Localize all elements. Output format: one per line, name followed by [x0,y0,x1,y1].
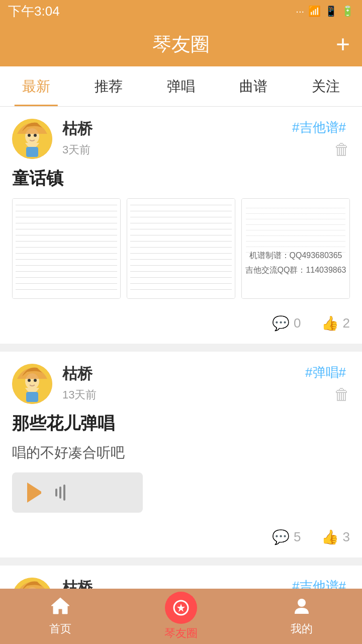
post-footer: 💬 5 👍 3 [12,523,350,545]
battery-icon: 🔋 [341,5,354,17]
feed: 枯桥 3天前 #吉他谱# 🗑 童话镇 [0,107,362,644]
post-actions-top: #弹唱# 🗑 [305,364,350,404]
home-icon [50,597,70,619]
post-tag[interactable]: #弹唱# [305,364,346,381]
tab-bar: 最新 推荐 弹唱 曲谱 关注 [0,66,362,107]
svg-point-16 [298,599,306,607]
like-stat[interactable]: 👍 2 [321,315,350,332]
svg-point-3 [34,134,37,137]
play-icon [27,482,47,503]
nav-community[interactable]: 琴友圈 [121,592,241,641]
status-icons: ··· 📶 📱 🔋 [296,5,354,17]
avatar-image [12,364,52,404]
comment-icon: 💬 [272,315,290,332]
post-header: 枯桥 13天前 #弹唱# 🗑 [12,364,350,404]
svg-rect-4 [26,147,38,157]
svg-point-2 [28,134,31,137]
like-count: 3 [343,529,350,545]
post-user-info: 枯桥 3天前 [62,119,292,157]
comment-count: 0 [294,315,301,331]
avatar[interactable] [12,364,52,404]
tab-play[interactable]: 弹唱 [145,66,217,106]
status-bar: 下午3:04 ··· 📶 📱 🔋 [0,0,362,22]
signal-icon: 📱 [325,5,337,17]
svg-point-7 [28,379,31,382]
post-footer: 💬 0 👍 2 [12,309,350,332]
nav-home-label: 首页 [49,621,71,636]
delete-button[interactable]: 🗑 [334,140,350,159]
post-tag[interactable]: #吉他谱# [292,119,346,136]
post-title: 童话镇 [12,167,350,190]
post-card: 枯桥 3天前 #吉他谱# 🗑 童话镇 [0,107,362,344]
comment-count: 5 [294,529,301,545]
tab-latest[interactable]: 最新 [0,66,72,106]
delete-button[interactable]: 🗑 [334,385,350,404]
svg-point-8 [34,379,37,382]
post-actions-top: #吉他谱# 🗑 [292,119,350,159]
post-username: 枯桥 [62,119,292,139]
like-icon: 👍 [321,529,339,545]
profile-icon [293,597,311,619]
sheet-image-3[interactable]: 机谱制谱：QQ493680365 吉他交流QQ群：114039863 [241,198,350,299]
audio-player[interactable] [12,472,143,513]
post-user-info: 枯桥 13天前 [62,364,305,403]
dots-icon: ··· [296,6,304,17]
comment-stat[interactable]: 💬 0 [272,315,301,332]
status-time: 下午3:04 [8,3,60,20]
sheet-images: 机谱制谱：QQ493680365 吉他交流QQ群：114039863 [12,198,350,299]
post-username: 枯桥 [62,364,305,384]
like-count: 2 [343,315,350,331]
tab-recommend[interactable]: 推荐 [72,66,145,106]
nav-profile[interactable]: 我的 [241,597,362,636]
like-icon: 👍 [321,315,339,332]
sheet-image-1[interactable] [12,198,121,299]
avatar[interactable] [12,119,52,159]
nav-community-label: 琴友圈 [164,626,198,641]
post-title: 那些花儿弹唱 [12,412,350,435]
svg-rect-9 [26,392,38,402]
post-header: 枯桥 3天前 #吉他谱# 🗑 [12,119,350,159]
community-icon-bg [165,592,197,624]
wave-3 [63,485,65,501]
comment-stat[interactable]: 💬 5 [272,529,301,545]
add-button[interactable]: + [336,32,350,56]
post-text: 唱的不好凑合听吧 [12,443,350,462]
post-card: 枯桥 13天前 #弹唱# 🗑 那些花儿弹唱 唱的不好凑合听吧 💬 5 [0,352,362,557]
wifi-icon: 📶 [308,5,321,17]
post-time: 13天前 [62,387,305,403]
nav-home[interactable]: 首页 [0,597,121,636]
sheet-image-2[interactable] [127,198,235,299]
nav-profile-label: 我的 [291,621,313,636]
avatar-image [12,119,52,159]
header: 琴友圈 + [0,22,362,66]
post-time: 3天前 [62,142,292,157]
header-title: 琴友圈 [152,32,210,57]
wave-2 [59,487,61,499]
wave-1 [55,489,57,497]
like-stat[interactable]: 👍 3 [321,529,350,545]
sound-waves [55,485,65,501]
bottom-nav: 首页 琴友圈 我的 [0,589,362,644]
comment-icon: 💬 [272,529,290,545]
sheet-watermark: 机谱制谱：QQ493680365 吉他交流QQ群：114039863 [245,249,346,288]
tab-score[interactable]: 曲谱 [217,66,290,106]
tab-follow[interactable]: 关注 [290,66,362,106]
